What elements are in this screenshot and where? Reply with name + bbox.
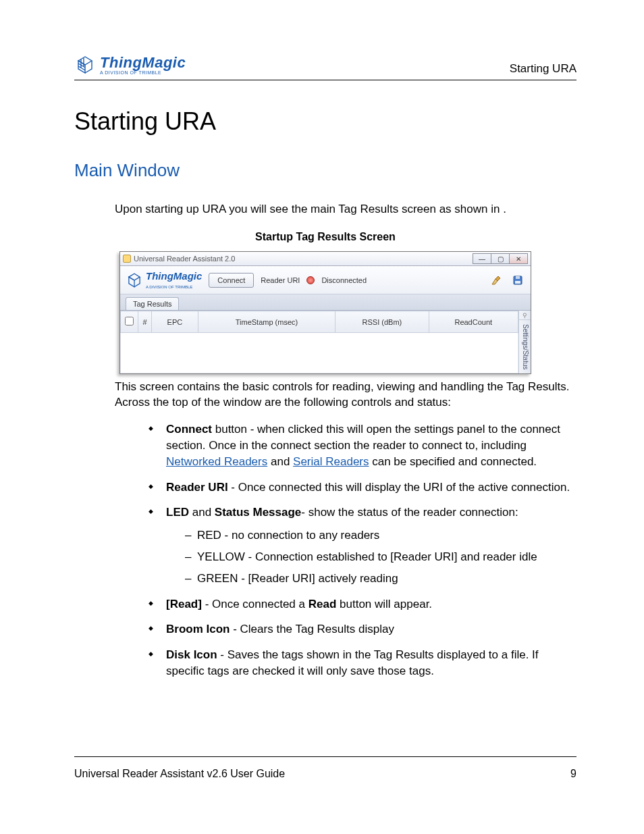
brand-tagline: A DIVISION OF TRIMBLE (100, 70, 186, 75)
content-area: # EPC TimeStamp (msec) RSSI (dBm) ReadCo… (120, 311, 531, 373)
svg-rect-2 (515, 281, 520, 284)
figure-caption: Startup Tag Results Screen (74, 231, 576, 243)
cube-icon (74, 54, 96, 76)
column-rssi: RSSI (dBm) (336, 311, 429, 333)
status-led-icon (306, 276, 315, 284)
status-green: GREEN - [Reader URI] actively reading (185, 571, 576, 587)
page-title: Starting URA (74, 107, 576, 136)
link-networked-readers[interactable]: Networked Readers (166, 455, 267, 468)
intro-paragraph: Upon starting up URA you will see the ma… (115, 203, 576, 216)
toolbar-logo: ThingMagic A DIVISION OF TRIMBLE (126, 270, 202, 290)
column-index: # (138, 311, 152, 333)
screenshot-window: Universal Reader Assistant 2.0 — ▢ ✕ Thi… (119, 251, 531, 374)
bullet-read: [Read] - Once connected a Read button wi… (149, 596, 576, 613)
footer-title: Universal Reader Assistant v2.6 User Gui… (74, 768, 285, 780)
empty-results (121, 333, 518, 373)
description-paragraph: This screen contains the basic controls … (115, 380, 576, 411)
link-serial-readers[interactable]: Serial Readers (293, 455, 369, 468)
section-title: Main Window (74, 160, 576, 181)
feature-list: Connect button - when clicked this will … (149, 421, 576, 679)
status-red: RED - no connection to any readers (185, 527, 576, 544)
minimize-button[interactable]: — (473, 253, 491, 264)
header-breadcrumb: Starting URA (510, 62, 576, 76)
results-table: # EPC TimeStamp (msec) RSSI (dBm) ReadCo… (120, 311, 518, 373)
page-footer: Universal Reader Assistant v2.6 User Gui… (74, 756, 576, 780)
bullet-disk: Disk Icon - Saves the tags shown in the … (149, 647, 576, 679)
cube-icon (126, 271, 143, 289)
bullet-broom: Broom Icon - Clears the Tag Results disp… (149, 621, 576, 637)
broom-icon[interactable] (490, 274, 502, 286)
bullet-connect: Connect button - when clicked this will … (149, 421, 576, 469)
page-header: ThingMagic A DIVISION OF TRIMBLE Startin… (74, 54, 576, 80)
reader-uri-label: Reader URI (261, 276, 300, 284)
window-title: Universal Reader Assistant 2.0 (134, 255, 235, 263)
select-all-checkbox[interactable] (125, 317, 134, 325)
column-timestamp: TimeStamp (msec) (198, 311, 336, 333)
brand-logo: ThingMagic A DIVISION OF TRIMBLE (74, 54, 186, 76)
toolbar-brand: ThingMagic (146, 270, 202, 282)
maximize-button[interactable]: ▢ (491, 253, 510, 264)
settings-status-handle[interactable]: Settings/Status (518, 320, 531, 373)
tab-strip: Tag Results (120, 294, 531, 311)
app-icon (123, 255, 131, 263)
status-yellow: YELLOW - Connection established to [Read… (185, 549, 576, 565)
pin-icon[interactable]: ⚲ (518, 311, 531, 320)
connect-button[interactable]: Connect (209, 273, 254, 288)
column-readcount: ReadCount (429, 311, 518, 333)
page-number: 9 (570, 768, 576, 780)
close-button[interactable]: ✕ (509, 253, 528, 264)
toolbar-tagline: A DIVISION OF TRIMBLE (146, 285, 192, 289)
status-message: Disconnected (321, 276, 367, 284)
column-epc: EPC (152, 311, 198, 333)
bullet-reader-uri: Reader URI - Once connected this will di… (149, 479, 576, 496)
bullet-led: LED and Status Message- show the status … (149, 504, 576, 586)
column-checkbox[interactable] (121, 311, 138, 333)
app-toolbar: ThingMagic A DIVISION OF TRIMBLE Connect… (120, 266, 531, 294)
window-titlebar: Universal Reader Assistant 2.0 — ▢ ✕ (120, 252, 531, 266)
tab-tag-results[interactable]: Tag Results (126, 297, 179, 310)
intro-text: Upon starting up URA you will see the ma… (115, 203, 503, 215)
window-controls: — ▢ ✕ (473, 253, 528, 264)
disk-icon[interactable] (512, 274, 524, 286)
brand-name: ThingMagic (100, 55, 186, 70)
svg-rect-1 (516, 276, 520, 279)
